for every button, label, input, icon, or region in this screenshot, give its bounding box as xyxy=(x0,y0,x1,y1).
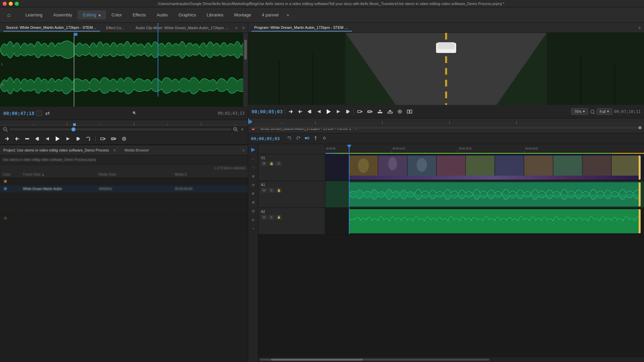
project-row-5[interactable] xyxy=(0,207,248,215)
source-zoom-slider[interactable] xyxy=(9,128,231,130)
audio-mixer-tab[interactable]: Audio Clip Mixer: White Dream_Martin Aub… xyxy=(133,24,232,31)
waveform-scrollbar[interactable] xyxy=(243,33,248,107)
audio-clip-a1[interactable] xyxy=(349,182,641,206)
insert-prog-btn[interactable] xyxy=(356,109,364,115)
mark-in-prog-btn[interactable] xyxy=(287,109,294,115)
quality-dropdown[interactable]: Full ▾ xyxy=(597,108,612,115)
timeline-redo-btn[interactable] xyxy=(294,135,302,142)
project-panel-more[interactable]: » xyxy=(243,148,245,152)
insert-btn[interactable] xyxy=(99,136,107,142)
video-clip-1[interactable] xyxy=(349,156,641,180)
overwrite-btn[interactable] xyxy=(110,136,118,142)
audio-clip-a2[interactable] xyxy=(349,209,641,233)
home-button[interactable]: ⌂ xyxy=(4,10,13,20)
step-forward-btn[interactable] xyxy=(74,136,82,142)
play-prog-btn[interactable] xyxy=(325,108,333,115)
ripple-edit-btn[interactable] xyxy=(303,135,311,142)
play-forward-btn[interactable] xyxy=(64,136,72,142)
menu-item-learning[interactable]: Learning xyxy=(20,10,48,19)
menu-item-libraries[interactable]: Libraries xyxy=(201,10,229,19)
track-v1-lock[interactable]: 🔒 xyxy=(268,161,274,166)
step-forward-prog-btn[interactable] xyxy=(344,109,352,115)
project-row-3[interactable] xyxy=(0,193,248,200)
source-tab[interactable]: Source: White Dream_Martin Aubin_172bpm … xyxy=(3,24,100,32)
program-timecode[interactable]: 00;00;05;03 xyxy=(252,109,283,114)
program-panel-menu[interactable]: ≡ xyxy=(638,25,641,30)
timeline-tool6[interactable]: ⊞ xyxy=(250,198,257,206)
zoom-dropdown[interactable]: 75% ▾ xyxy=(571,108,588,115)
menu-item-4pannel[interactable]: 4 pannel xyxy=(257,10,284,19)
timeline-tool5[interactable]: ⚙ xyxy=(250,190,257,197)
project-row-2[interactable]: White Dream Martin Aubin 48000Hz 00:00:0… xyxy=(0,185,248,193)
track-a2-mute[interactable]: M xyxy=(261,215,267,220)
timeline-tool1[interactable]: ← xyxy=(250,155,257,162)
timeline-tool8[interactable]: ◎ xyxy=(250,216,257,223)
track-a2-lock[interactable]: 🔒 xyxy=(276,215,282,220)
source-panel-chevron[interactable]: » xyxy=(235,25,237,30)
source-timecode-in[interactable]: 00;00;47;18 xyxy=(3,111,35,116)
menu-item-assembly[interactable]: Assembly xyxy=(48,10,77,19)
play-btn[interactable] xyxy=(54,135,62,142)
project-row-6[interactable] xyxy=(0,215,248,222)
menu-item-color[interactable]: Color xyxy=(106,10,127,19)
scroll-thumb-vertical[interactable] xyxy=(244,40,247,60)
playback-speed-btn[interactable]: ⇄ xyxy=(44,109,51,117)
timeline-play-btn[interactable] xyxy=(250,146,257,154)
track-v1-sync[interactable]: S xyxy=(276,161,282,166)
mark-out-btn[interactable] xyxy=(13,136,21,142)
timeline-timecode[interactable]: 00;00;05;03 xyxy=(251,136,280,141)
program-tab[interactable]: Program: White Dream_Martin Aubin_172bpm… xyxy=(252,24,352,32)
menu-item-montage[interactable]: Montage xyxy=(229,10,257,19)
effect-controls-tab[interactable]: Effect Controls xyxy=(103,24,129,31)
mark-out-prog-btn[interactable] xyxy=(297,109,304,115)
zoom-out-icon[interactable] xyxy=(3,127,8,132)
step-back-btn[interactable] xyxy=(34,136,41,142)
project-row-7[interactable] xyxy=(0,222,248,230)
zoom-in-icon[interactable] xyxy=(233,127,238,132)
timeline-hscrollbar[interactable] xyxy=(258,357,644,362)
track-a2-solo[interactable]: S xyxy=(268,215,274,220)
mark-clip-btn[interactable] xyxy=(23,136,31,142)
source-zoom-thumb[interactable] xyxy=(71,127,75,131)
track-v1-eye[interactable]: 👁 xyxy=(261,161,267,166)
play-forward-prog-btn[interactable] xyxy=(335,109,342,115)
menu-item-graphics[interactable]: Graphics xyxy=(173,10,201,19)
track-a1-mute[interactable]: M xyxy=(261,188,267,193)
menu-item-editing[interactable]: Editing xyxy=(77,10,106,19)
menu-item-effects[interactable]: Effects xyxy=(127,10,151,19)
timeline-tool9[interactable]: ⌁ xyxy=(250,225,257,232)
extract-prog-btn[interactable] xyxy=(386,109,394,115)
timeline-tool4[interactable]: ⊘ xyxy=(250,181,257,188)
timeline-tool7[interactable]: ⊟ xyxy=(250,207,257,215)
mark-in-btn[interactable] xyxy=(3,136,11,142)
export-frame-btn[interactable] xyxy=(120,136,128,142)
track-a1-solo[interactable]: S xyxy=(268,188,274,193)
add-source-btn[interactable]: + xyxy=(239,126,245,133)
media-browser-tab[interactable]: Media Browser xyxy=(124,148,149,152)
timecode-display-toggle[interactable]: ⬚ xyxy=(37,111,42,116)
close-button[interactable] xyxy=(3,2,7,6)
project-row-1[interactable] xyxy=(0,178,248,185)
program-zoom-slider[interactable] xyxy=(251,127,641,129)
linked-btn[interactable] xyxy=(321,135,328,142)
menu-more-button[interactable]: » xyxy=(284,10,292,19)
zoom-to-fit-icon[interactable] xyxy=(590,109,595,114)
export-frame-prog-btn[interactable] xyxy=(396,109,404,115)
timeline-tool2[interactable]: → xyxy=(250,164,257,171)
project-row-4[interactable] xyxy=(0,200,248,207)
step-to-in-prog-btn[interactable] xyxy=(306,109,313,115)
track-a1-lock[interactable]: 🔒 xyxy=(276,188,282,193)
project-menu-icon[interactable]: ≡ xyxy=(114,148,116,152)
menu-item-audio[interactable]: Audio xyxy=(151,10,173,19)
source-panel-menu[interactable]: ≡ xyxy=(242,25,245,30)
lift-prog-btn[interactable] xyxy=(376,109,384,115)
clip-v1-end-handle[interactable] xyxy=(639,156,641,180)
timeline-undo-btn[interactable] xyxy=(286,135,293,142)
overwrite-prog-btn[interactable] xyxy=(366,109,374,115)
minimize-button[interactable] xyxy=(9,2,13,6)
clip-a2-end-handle[interactable] xyxy=(639,209,641,233)
loop-btn[interactable] xyxy=(85,136,92,142)
play-reverse-btn[interactable] xyxy=(44,136,51,142)
timeline-tool3[interactable]: ⊕ xyxy=(250,172,257,180)
compare-btn[interactable] xyxy=(406,109,414,115)
